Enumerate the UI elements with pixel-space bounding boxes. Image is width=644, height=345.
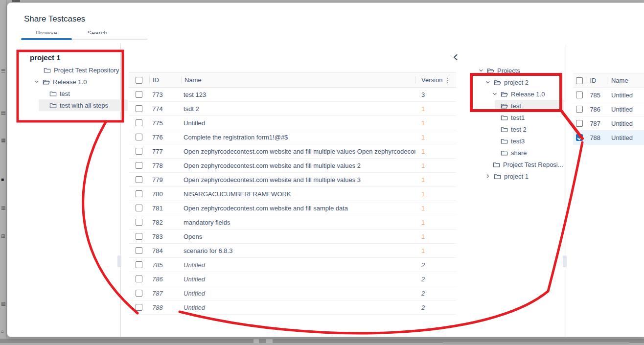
row-checkbox[interactable]: [136, 105, 142, 112]
cell-id: 787: [149, 290, 181, 297]
folder-icon: [501, 138, 508, 145]
tree-item-label: Release 1.0: [53, 78, 87, 86]
row-checkbox[interactable]: [136, 205, 142, 211]
cell-version: 1: [415, 105, 444, 113]
sidebar-app-icon[interactable]: ▤: [1, 111, 7, 115]
tree-item-label: Project Test Repository: [54, 67, 119, 74]
table-row[interactable]: 777 Open zephyrcodecontest.com website a…: [129, 144, 456, 159]
select-all-checkbox[interactable]: [576, 77, 583, 84]
sidebar-app-icon[interactable]: ▧: [1, 301, 7, 306]
folder-icon: [49, 90, 57, 97]
chevron-down-icon[interactable]: [34, 79, 40, 85]
tree-item-test-2[interactable]: test 2: [501, 123, 564, 135]
cell-id: 779: [149, 176, 181, 184]
tree-item-projects[interactable]: Projects: [478, 65, 564, 76]
cell-version: 1: [415, 219, 444, 226]
sidebar-app-icon[interactable]: ⊞: [1, 234, 7, 239]
source-project-title: project 1: [30, 53, 128, 63]
cell-id: 777: [149, 148, 181, 155]
table-row[interactable]: 787 Untitled 2: [129, 286, 456, 300]
sidebar-app-icon[interactable]: ▥: [1, 206, 7, 210]
cell-version: 3: [415, 91, 444, 98]
table-row[interactable]: 778 Open zephyrcodecontest.com website a…: [129, 159, 456, 173]
table-row[interactable]: 782 mandatory fields 1: [129, 215, 456, 230]
cell-version: 2: [415, 304, 444, 311]
row-checkbox[interactable]: [136, 276, 142, 282]
row-checkbox[interactable]: [136, 91, 142, 98]
tab-search[interactable]: Search: [72, 28, 123, 34]
tree-item-project-2[interactable]: project 2: [485, 76, 564, 88]
select-all-checkbox[interactable]: [136, 77, 142, 84]
collapse-panel-button[interactable]: [452, 53, 460, 61]
table-row[interactable]: 776 Complete the registration form1!@#$ …: [129, 130, 456, 144]
table-row[interactable]: 774 tsdt 2 1: [129, 102, 456, 116]
sidebar-app-icon[interactable]: ■: [1, 177, 7, 182]
tab-divider: [72, 39, 147, 40]
row-checkbox[interactable]: [136, 176, 142, 183]
tab-browse-label: Browse: [36, 29, 57, 34]
tree-item-label: project 1: [504, 173, 529, 180]
panel-resize-handle[interactable]: [117, 255, 121, 267]
table-row[interactable]: 788 Untitled 2: [129, 300, 456, 315]
table-row[interactable]: 779 Open zephyrcodecontest.com website a…: [129, 173, 456, 187]
row-checkbox[interactable]: [136, 162, 142, 169]
table-row[interactable]: 785 Untitled: [573, 88, 644, 102]
table-row[interactable]: 784 scenario for 6.8.3 1: [129, 244, 456, 258]
chevron-right-icon[interactable]: [485, 173, 491, 179]
table-row[interactable]: 773 test 123 3: [129, 88, 456, 102]
tree-item-label: Release 1.0: [511, 91, 545, 98]
table-row[interactable]: 788 Untitled: [573, 131, 644, 145]
row-checkbox[interactable]: [136, 304, 142, 311]
tab-search-label: Search: [87, 29, 107, 34]
dialog-title: Share Testcases: [24, 14, 85, 24]
sidebar-app-icon[interactable]: ⌂: [1, 329, 7, 334]
row-checkbox[interactable]: [136, 119, 142, 126]
tree-item-project-test-repository[interactable]: Project Test Reposi...: [493, 159, 564, 170]
chevron-left-icon: [452, 53, 460, 61]
kebab-menu-icon[interactable]: ⋮: [444, 76, 456, 84]
table-row[interactable]: 785 Untitled 2: [129, 258, 456, 272]
sidebar-app-icon[interactable]: ☰: [1, 69, 7, 73]
tree-item-test[interactable]: test: [49, 88, 128, 99]
tree-item-release-1-0[interactable]: Release 1.0: [492, 88, 564, 100]
table-row[interactable]: 781 Open zephyrcodecontest.com website a…: [129, 201, 456, 215]
table-row[interactable]: 786 Untitled: [573, 102, 644, 116]
row-checkbox[interactable]: [136, 233, 142, 240]
table-row[interactable]: 786 Untitled 2: [129, 272, 456, 286]
cell-version: 1: [415, 190, 444, 198]
folder-icon: [501, 114, 508, 121]
tree-item-release-1-0[interactable]: Release 1.0: [34, 76, 128, 88]
tree-item-test[interactable]: test: [495, 100, 564, 112]
row-checkbox[interactable]: [136, 190, 142, 197]
panel-resize-handle[interactable]: [563, 255, 567, 267]
table-row[interactable]: 787 Untitled: [573, 116, 644, 131]
chevron-down-icon[interactable]: [492, 91, 498, 97]
sidebar-app-icon[interactable]: ▦: [1, 138, 7, 143]
tree-item-project-test-repository[interactable]: Project Test Repository: [44, 64, 128, 76]
table-row[interactable]: 780 NISARGACUCUMBERFRAMEWORK 1: [129, 187, 456, 201]
row-checkbox[interactable]: [136, 148, 142, 155]
chevron-down-icon[interactable]: [485, 79, 491, 85]
table-body: 785 Untitled 786 Untitled 787 Untitled: [573, 88, 644, 145]
tree-item-share[interactable]: share: [501, 147, 564, 159]
row-checkbox[interactable]: [576, 92, 583, 98]
row-checkbox[interactable]: [136, 134, 142, 140]
chevron-down-icon[interactable]: [478, 68, 484, 73]
row-checkbox[interactable]: [136, 247, 142, 254]
tree-item-label: test1: [511, 114, 525, 121]
tab-browse[interactable]: Browse: [21, 28, 72, 34]
share-testcases-dialog: Share Testcases Browse Search project 1 …: [7, 2, 644, 337]
row-checkbox[interactable]: [576, 106, 583, 113]
row-checkbox[interactable]: [576, 120, 583, 127]
row-checkbox[interactable]: [136, 290, 142, 297]
tree-item-test3[interactable]: test3: [501, 135, 564, 147]
destination-project-tree: Projects project 2 Release 1.0 test test…: [478, 65, 564, 182]
row-checkbox[interactable]: [136, 219, 142, 226]
tree-item-project-1[interactable]: project 1: [485, 170, 564, 182]
tree-item-test-with-all-steps[interactable]: test with all steps: [39, 99, 128, 111]
table-row[interactable]: 775 Untitled 1: [129, 116, 456, 130]
tree-item-test1[interactable]: test1: [501, 112, 564, 123]
row-checkbox[interactable]: [136, 261, 142, 268]
table-row[interactable]: 783 Opens 1: [129, 230, 456, 244]
row-checkbox[interactable]: [576, 134, 583, 141]
